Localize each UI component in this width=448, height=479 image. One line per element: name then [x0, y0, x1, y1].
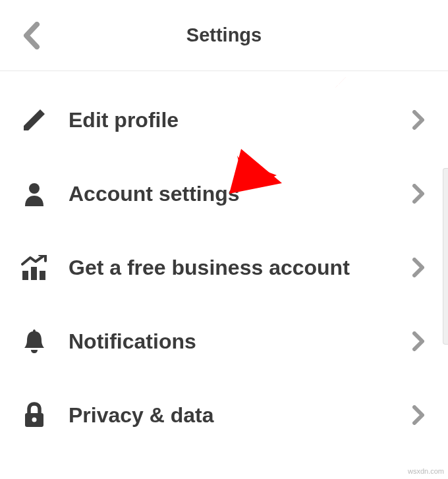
chevron-right-icon — [408, 184, 428, 204]
menu-item-label: Account settings — [69, 182, 408, 206]
svg-rect-1 — [22, 271, 28, 280]
chevron-right-icon — [408, 331, 428, 351]
svg-point-5 — [32, 418, 37, 422]
menu-item-account-settings[interactable]: Account settings — [0, 157, 448, 231]
pencil-icon — [20, 105, 49, 134]
bell-icon — [20, 327, 49, 356]
watermark: wsxdn.com — [408, 467, 444, 475]
chevron-right-icon — [408, 110, 428, 130]
menu-item-edit-profile[interactable]: Edit profile — [0, 83, 448, 157]
menu-item-label: Notifications — [69, 329, 408, 354]
person-icon — [20, 179, 49, 208]
chevron-left-icon — [22, 22, 41, 49]
scroll-indicator[interactable] — [443, 168, 448, 345]
menu-item-notifications[interactable]: Notifications — [0, 304, 448, 378]
back-button[interactable] — [12, 16, 51, 55]
svg-rect-2 — [31, 267, 37, 280]
menu-item-label: Privacy & data — [69, 403, 408, 428]
chevron-right-icon — [408, 405, 428, 425]
lock-icon — [20, 401, 49, 430]
chevron-right-icon — [408, 258, 428, 277]
svg-rect-3 — [40, 271, 45, 280]
menu-item-label: Get a free business account — [69, 256, 408, 280]
menu-item-privacy-data[interactable]: Privacy & data — [0, 378, 448, 452]
chart-icon — [20, 253, 49, 282]
svg-point-0 — [29, 183, 40, 194]
menu-item-business-account[interactable]: Get a free business account — [0, 231, 448, 304]
page-title: Settings — [186, 24, 262, 46]
settings-menu: Edit profile Account settings — [0, 71, 448, 452]
header: Settings — [0, 0, 448, 71]
menu-item-label: Edit profile — [69, 108, 408, 132]
